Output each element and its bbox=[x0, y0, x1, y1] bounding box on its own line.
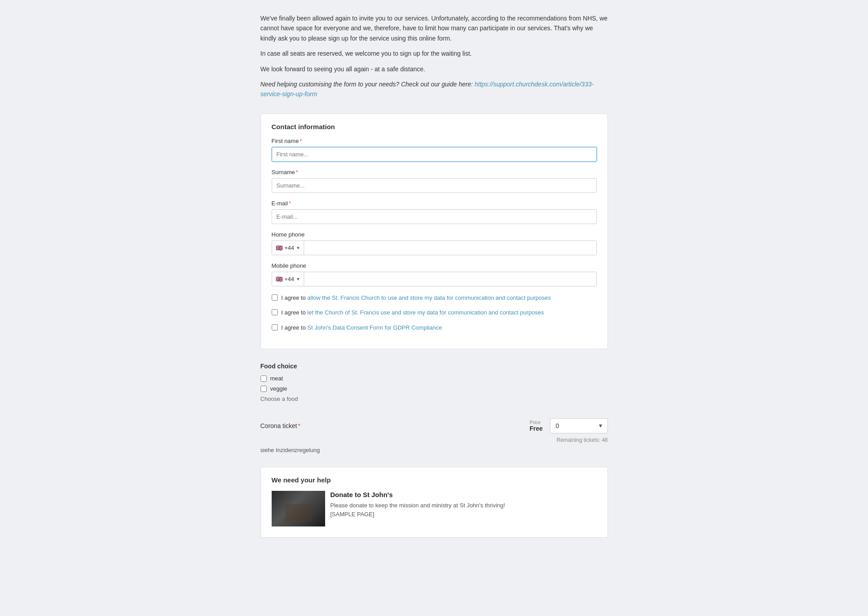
first-name-required: * bbox=[300, 138, 302, 144]
intro-paragraph-2: In case all seats are reserved, we welco… bbox=[261, 49, 608, 58]
ticket-qty-select[interactable]: 0 1 2 3 4 5 bbox=[550, 418, 608, 433]
ticket-label: Corona ticket* bbox=[261, 422, 301, 429]
mobile-phone-input[interactable] bbox=[304, 272, 596, 286]
consent1-group: I agree to allow the St. Francis Church … bbox=[272, 294, 597, 302]
mobile-phone-prefix[interactable]: 🇬🇧 +44 ▼ bbox=[272, 272, 305, 286]
ticket-section: Corona ticket* Price Free 0 1 2 3 4 5 ▼ … bbox=[261, 414, 608, 467]
sample-page-label: [SAMPLE PAGE] bbox=[330, 511, 375, 518]
donate-image bbox=[272, 491, 325, 526]
consent2-checkbox[interactable] bbox=[272, 309, 278, 315]
home-phone-chevron-icon: ▼ bbox=[296, 245, 301, 250]
first-name-label: First name* bbox=[272, 138, 597, 144]
consent3-link[interactable]: St John's Data Consent Form for GDPR Com… bbox=[307, 324, 442, 331]
donate-image-inner bbox=[272, 491, 325, 526]
surname-label: Surname* bbox=[272, 169, 597, 175]
food-veggie-option: veggie bbox=[261, 385, 608, 392]
mobile-phone-group: Mobile phone 🇬🇧 +44 ▼ bbox=[272, 262, 597, 286]
mobile-phone-code: +44 bbox=[285, 276, 294, 282]
consent2-text: I agree to let the Church of St. Francis… bbox=[281, 308, 544, 317]
email-group: E-mail* bbox=[272, 200, 597, 224]
ticket-qty-wrapper: 0 1 2 3 4 5 ▼ bbox=[550, 418, 608, 433]
first-name-input[interactable] bbox=[272, 147, 597, 162]
intro-section: We've finally been allowed again to invi… bbox=[261, 9, 608, 114]
first-name-group: First name* bbox=[272, 138, 597, 162]
email-input[interactable] bbox=[272, 209, 597, 224]
consent3-group: I agree to St John's Data Consent Form f… bbox=[272, 323, 597, 332]
food-section-title: Food choice bbox=[261, 363, 608, 370]
surname-required: * bbox=[296, 169, 298, 175]
ticket-price-block: Price Free bbox=[530, 420, 543, 432]
help-card-inner: Donate to St John's Please donate to kee… bbox=[272, 491, 597, 526]
home-phone-input[interactable] bbox=[304, 241, 596, 255]
email-required: * bbox=[289, 200, 291, 207]
home-phone-label: Home phone bbox=[272, 231, 597, 238]
mobile-phone-label: Mobile phone bbox=[272, 262, 597, 269]
surname-input[interactable] bbox=[272, 178, 597, 193]
contact-information-card: Contact information First name* Surname*… bbox=[261, 114, 608, 350]
food-section: Food choice meat veggie Choose a food bbox=[261, 358, 608, 414]
email-label: E-mail* bbox=[272, 200, 597, 207]
home-phone-prefix[interactable]: 🇬🇧 +44 ▼ bbox=[272, 241, 305, 255]
surname-group: Surname* bbox=[272, 169, 597, 193]
ticket-row: Corona ticket* Price Free 0 1 2 3 4 5 ▼ bbox=[261, 418, 608, 433]
choose-food-hint: Choose a food bbox=[261, 396, 608, 402]
mobile-phone-wrapper: 🇬🇧 +44 ▼ bbox=[272, 272, 597, 286]
consent1-text: I agree to allow the St. Francis Church … bbox=[281, 294, 551, 302]
uk-flag-icon: 🇬🇧 bbox=[276, 245, 283, 251]
contact-card-title: Contact information bbox=[272, 123, 597, 131]
uk-flag-icon-mobile: 🇬🇧 bbox=[276, 276, 283, 282]
remaining-tickets: Remaining tickets: 48 bbox=[261, 437, 608, 443]
donate-content: Donate to St John's Please donate to kee… bbox=[325, 491, 597, 526]
inzidenz-note: siehe Inzidenzregelung bbox=[261, 447, 608, 453]
consent3-text: I agree to St John's Data Consent Form f… bbox=[281, 323, 442, 332]
help-card: We need your help Donate to St John's Pl… bbox=[261, 467, 608, 538]
consent3-checkbox[interactable] bbox=[272, 324, 278, 330]
food-meat-option: meat bbox=[261, 375, 608, 382]
food-meat-label: meat bbox=[270, 375, 283, 382]
consent2-link[interactable]: let the Church of St. Francis use and st… bbox=[307, 309, 544, 316]
food-veggie-label: veggie bbox=[270, 385, 287, 392]
consent1-link[interactable]: allow the St. Francis Church to use and … bbox=[307, 294, 551, 301]
donate-desc: Please donate to keep the mission and mi… bbox=[330, 501, 591, 518]
intro-paragraph-4: Need helping customising the form to you… bbox=[261, 79, 608, 99]
mobile-phone-chevron-icon: ▼ bbox=[296, 277, 301, 281]
home-phone-code: +44 bbox=[285, 245, 294, 251]
consent2-group: I agree to let the Church of St. Francis… bbox=[272, 308, 597, 317]
home-phone-group: Home phone 🇬🇧 +44 ▼ bbox=[272, 231, 597, 255]
ticket-price-label: Price bbox=[530, 420, 543, 425]
intro-paragraph-1: We've finally been allowed again to invi… bbox=[261, 13, 608, 43]
intro-paragraph-3: We look forward to seeing you all again … bbox=[261, 64, 608, 74]
intro-guide-text: Need helping customising the form to you… bbox=[261, 81, 475, 88]
donate-title: Donate to St John's bbox=[330, 491, 591, 498]
consent1-checkbox[interactable] bbox=[272, 294, 278, 301]
food-veggie-checkbox[interactable] bbox=[261, 386, 267, 392]
help-card-title: We need your help bbox=[272, 476, 597, 484]
ticket-price-value: Free bbox=[530, 425, 543, 432]
food-meat-checkbox[interactable] bbox=[261, 375, 267, 382]
home-phone-wrapper: 🇬🇧 +44 ▼ bbox=[272, 241, 597, 255]
